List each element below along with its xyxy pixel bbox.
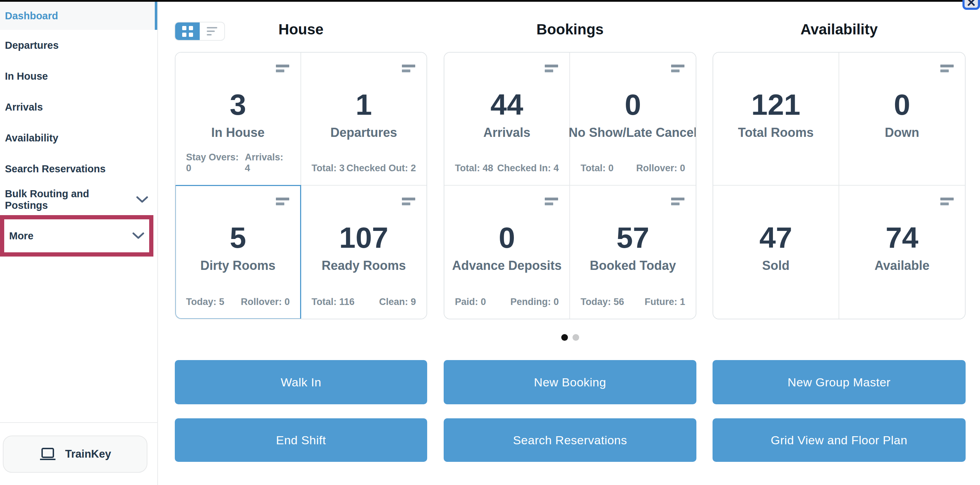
card-menu-icon[interactable] bbox=[671, 197, 685, 205]
card-down[interactable]: 0 Down bbox=[839, 52, 965, 186]
card-sold[interactable]: 47 Sold bbox=[713, 186, 839, 319]
sidebar-item-label: Bulk Routing and Postings bbox=[5, 188, 132, 211]
pagination-dot-2[interactable] bbox=[573, 334, 579, 341]
card-value: 1 bbox=[356, 88, 372, 122]
card-label: No Show/Late Cancel bbox=[569, 125, 697, 140]
card-menu-icon[interactable] bbox=[940, 65, 955, 72]
card-label: Dirty Rooms bbox=[200, 258, 275, 273]
card-menu-icon[interactable] bbox=[545, 197, 559, 205]
card-label: Available bbox=[874, 258, 929, 273]
card-in-house[interactable]: 3 In House Stay Overs: 0 Arrivals: 4 bbox=[175, 52, 301, 186]
sidebar-item-label: Departures bbox=[5, 40, 59, 51]
card-label: Ready Rooms bbox=[321, 258, 406, 273]
pagination-dot-1[interactable] bbox=[561, 334, 568, 341]
card-booked-today[interactable]: 57 Booked Today Today: 56 Future: 1 bbox=[570, 186, 696, 319]
panel-house: 3 In House Stay Overs: 0 Arrivals: 4 1 D… bbox=[175, 52, 427, 320]
sidebar: Dashboard Departures In House Arrivals A… bbox=[0, 2, 158, 485]
sidebar-item-arrivals[interactable]: Arrivals bbox=[0, 92, 157, 122]
card-stat-right: Pending: 0 bbox=[511, 297, 559, 307]
sidebar-item-dashboard[interactable]: Dashboard bbox=[0, 2, 157, 30]
new-group-master-button[interactable]: New Group Master bbox=[713, 360, 966, 404]
search-reservations-button[interactable]: Search Reservations bbox=[444, 418, 697, 462]
card-stat-left: Total: 116 bbox=[312, 297, 355, 307]
card-stat-left: Paid: 0 bbox=[455, 297, 486, 307]
card-stat-left: Total: 0 bbox=[581, 163, 614, 174]
sidebar-item-search-reservations[interactable]: Search Reservations bbox=[0, 153, 157, 184]
card-stat-left: Total: 48 bbox=[455, 163, 493, 174]
card-advance-deposits[interactable]: 0 Advance Deposits Paid: 0 Pending: 0 bbox=[444, 186, 570, 319]
card-no-show-late-cancel[interactable]: 0 No Show/Late Cancel Total: 0 Rollover:… bbox=[570, 52, 696, 186]
sidebar-item-label: Arrivals bbox=[5, 102, 43, 113]
card-label: Sold bbox=[762, 258, 789, 273]
section-title-house: House bbox=[175, 21, 427, 38]
sidebar-item-departures[interactable]: Departures bbox=[0, 30, 157, 61]
sidebar-item-label: More bbox=[9, 230, 33, 242]
chevron-down-icon bbox=[136, 196, 148, 203]
card-label: In House bbox=[211, 125, 265, 140]
card-label: Arrivals bbox=[483, 125, 530, 140]
card-stat-right: Arrivals: 4 bbox=[245, 152, 290, 174]
card-menu-icon[interactable] bbox=[402, 65, 416, 72]
grid-view-and-floor-plan-button[interactable]: Grid View and Floor Plan bbox=[713, 418, 966, 462]
section-title-availability: Availability bbox=[713, 21, 966, 38]
card-arrivals[interactable]: 44 Arrivals Total: 48 Checked In: 4 bbox=[444, 52, 570, 186]
sidebar-item-more[interactable]: More bbox=[0, 215, 153, 256]
card-stat-right: Checked Out: 2 bbox=[347, 163, 416, 174]
card-stat-left: Stay Overs: 0 bbox=[186, 152, 245, 174]
new-booking-button[interactable]: New Booking bbox=[444, 360, 697, 404]
card-menu-icon[interactable] bbox=[545, 65, 559, 72]
sidebar-footer: TrainKey bbox=[0, 422, 157, 485]
card-value: 3 bbox=[229, 88, 246, 122]
card-value: 47 bbox=[760, 221, 792, 255]
sidebar-item-in-house[interactable]: In House bbox=[0, 61, 157, 92]
sidebar-item-label: Dashboard bbox=[5, 10, 58, 22]
carousel-pagination bbox=[444, 334, 697, 341]
card-value: 107 bbox=[339, 221, 388, 255]
sidebar-item-label: Search Reservations bbox=[5, 163, 106, 175]
card-value: 0 bbox=[625, 88, 641, 122]
card-label: Total Rooms bbox=[738, 125, 814, 140]
close-button[interactable]: ✕ bbox=[963, 0, 980, 10]
card-label: Down bbox=[885, 125, 919, 140]
sidebar-item-availability[interactable]: Availability bbox=[0, 122, 157, 153]
sidebar-item-bulk-routing-and-postings[interactable]: Bulk Routing and Postings bbox=[0, 184, 157, 215]
card-stat-left: Today: 5 bbox=[186, 297, 224, 307]
sidebar-item-label: In House bbox=[5, 70, 48, 82]
card-dirty-rooms[interactable]: 5 Dirty Rooms Today: 5 Rollover: 0 bbox=[175, 186, 301, 319]
card-menu-icon[interactable] bbox=[671, 65, 685, 72]
walk-in-button[interactable]: Walk In bbox=[175, 360, 427, 404]
card-value: 5 bbox=[229, 221, 246, 255]
card-label: Booked Today bbox=[590, 258, 676, 273]
window-top-edge bbox=[0, 0, 980, 2]
card-stat-right: Future: 1 bbox=[644, 297, 685, 307]
sidebar-item-label: Availability bbox=[5, 132, 58, 144]
card-menu-icon[interactable] bbox=[402, 197, 416, 205]
card-value: 44 bbox=[490, 88, 523, 122]
card-value: 0 bbox=[499, 221, 515, 255]
card-label: Advance Deposits bbox=[452, 258, 562, 273]
trainkey-label: TrainKey bbox=[65, 448, 111, 460]
card-stat-left: Today: 56 bbox=[581, 297, 624, 307]
card-label: Departures bbox=[330, 125, 397, 140]
card-value: 74 bbox=[886, 221, 918, 255]
panel-bookings: 44 Arrivals Total: 48 Checked In: 4 0 No… bbox=[444, 52, 697, 320]
card-menu-icon[interactable] bbox=[276, 197, 290, 205]
laptop-icon bbox=[39, 447, 56, 461]
section-title-bookings: Bookings bbox=[444, 21, 697, 38]
card-stat-right: Clean: 9 bbox=[379, 297, 416, 307]
card-available[interactable]: 74 Available bbox=[839, 186, 965, 319]
card-ready-rooms[interactable]: 107 Ready Rooms Total: 116 Clean: 9 bbox=[301, 186, 427, 319]
card-total-rooms[interactable]: 121 Total Rooms bbox=[713, 52, 839, 186]
card-stat-right: Rollover: 0 bbox=[636, 163, 685, 174]
panel-availability: 121 Total Rooms 0 Down 47 Sold 74 Availa… bbox=[713, 52, 966, 320]
card-value: 0 bbox=[894, 88, 910, 122]
card-departures[interactable]: 1 Departures Total: 3 Checked Out: 2 bbox=[301, 52, 427, 186]
chevron-down-icon bbox=[132, 232, 144, 239]
trainkey-button[interactable]: TrainKey bbox=[3, 436, 148, 473]
card-menu-icon[interactable] bbox=[276, 65, 290, 72]
card-menu-icon[interactable] bbox=[940, 197, 955, 205]
card-value: 121 bbox=[751, 88, 800, 122]
card-stat-right: Rollover: 0 bbox=[241, 297, 290, 307]
card-stat-right: Checked In: 4 bbox=[497, 163, 559, 174]
end-shift-button[interactable]: End Shift bbox=[175, 418, 427, 462]
